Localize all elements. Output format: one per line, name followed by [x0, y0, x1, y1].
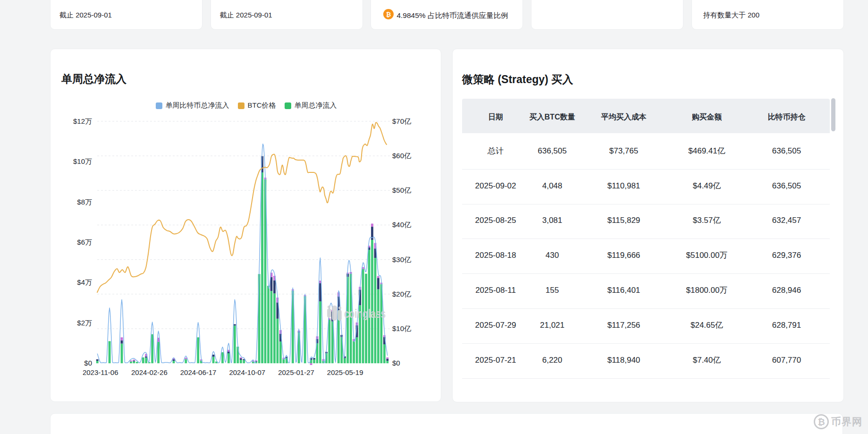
svg-text:coinglass: coinglass [344, 306, 386, 321]
svg-text:₿: ₿ [817, 417, 825, 427]
svg-text:₿: ₿ [386, 11, 391, 18]
